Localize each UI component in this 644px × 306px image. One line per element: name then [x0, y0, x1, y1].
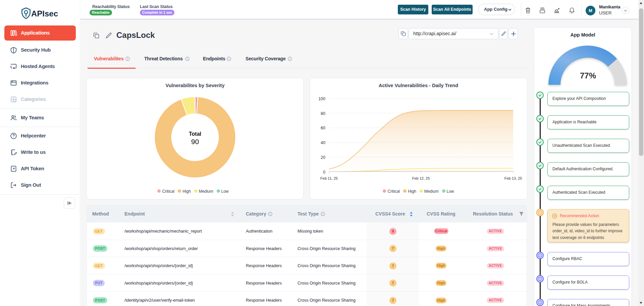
svg-text:Feb 13, 25: Feb 13, 25	[504, 176, 522, 180]
svg-text:Feb 12, 25: Feb 12, 25	[412, 176, 430, 180]
svg-text:Feb 11, 25: Feb 11, 25	[320, 176, 338, 180]
svg-text:77%: 77%	[580, 71, 596, 80]
svg-text:40: 40	[321, 140, 325, 145]
svg-text:80: 80	[321, 111, 325, 116]
svg-text:Total: Total	[189, 131, 201, 137]
svg-text:90: 90	[191, 138, 199, 145]
svg-text:0: 0	[323, 170, 325, 175]
svg-text:60: 60	[321, 126, 325, 130]
svg-text:20: 20	[321, 155, 325, 160]
svg-text:100: 100	[318, 97, 325, 101]
